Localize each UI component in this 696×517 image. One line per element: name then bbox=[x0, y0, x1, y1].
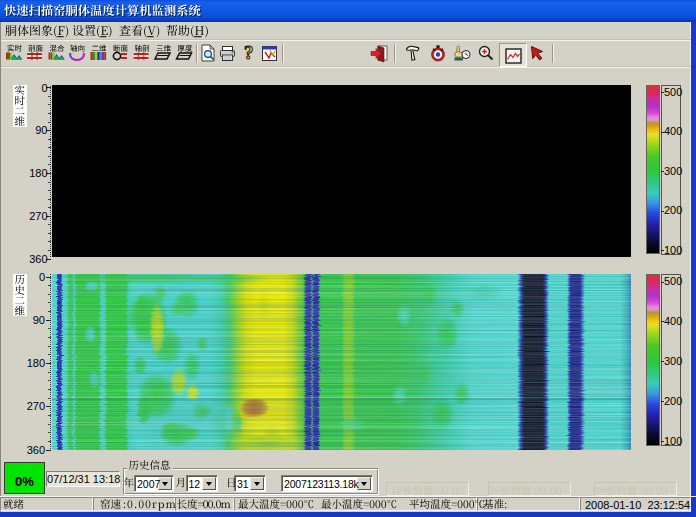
svg-text:?: ? bbox=[244, 42, 254, 63]
